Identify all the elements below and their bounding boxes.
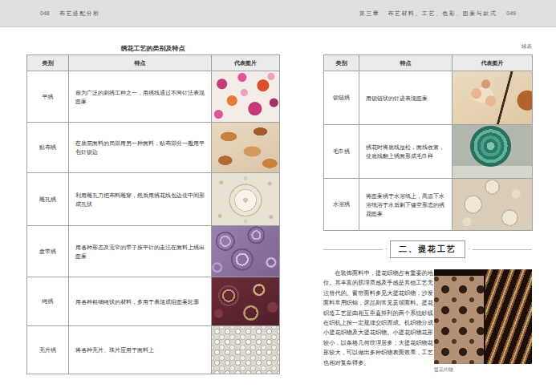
heading-dot-right: ·	[468, 246, 470, 253]
towel-embroidery-photo	[453, 125, 532, 178]
table-row: 锁链绣 用锁链状的针迹表现图案	[324, 71, 533, 125]
column-header-category: 类别	[27, 55, 69, 71]
category-cell: 盘带绣	[27, 226, 69, 277]
column-header-image: 代表图片	[212, 55, 280, 71]
figure-caption: 提花织物	[434, 366, 453, 374]
category-cell: 绳绣	[27, 277, 69, 326]
cord-embroidery-photo	[212, 277, 279, 325]
embroidery-table-continued: 类别 特点 代表图片 锁链绣 用锁链状的针迹表现图案 毛巾绣 绣花时将底线放松，…	[323, 55, 533, 231]
chapter-title: 布艺材料、工艺、色彩、图案与款式	[388, 10, 497, 18]
table-row: 亮片绣 将各种亮片、珠片应用于面料上	[27, 326, 280, 374]
page-number-right: 049	[506, 10, 516, 16]
heading-dot-left: ·	[385, 246, 388, 253]
section-heading-jacquard: · 二、提花工艺 ·	[323, 241, 532, 257]
column-header-category: 类别	[324, 55, 359, 71]
column-header-feature: 特点	[359, 55, 453, 71]
jacquard-stripe-area	[485, 269, 532, 364]
heading-rule-right	[473, 249, 532, 250]
sequin-embroidery-photo	[212, 326, 279, 374]
jacquard-damask-area	[434, 276, 484, 364]
feature-cell: 用锁链状的针迹表现图案	[359, 71, 453, 125]
table-header-row: 类别 特点 代表图片	[324, 55, 533, 71]
continuation-label: 续表	[522, 43, 532, 51]
image-cell	[212, 173, 280, 226]
table-row: 绳绣 用各种粗细绳状的材料，多用于表现成组图案轮廓	[27, 277, 280, 326]
feature-cell: 最为广泛的刺绣工种之一，用绣线通过不同针法表现图案	[69, 71, 212, 123]
section-heading-text: 二、提花工艺	[390, 240, 465, 258]
book-title: 布艺搭配分析	[59, 10, 100, 18]
embroidery-table: 类别 特点 代表图片 平绣 最为广泛的刺绣工种之一，用绣线通过不同针法表现图案 …	[26, 55, 280, 374]
image-cell	[453, 125, 533, 179]
feature-cell: 用各种粗细绳状的材料，多用于表现成组图案轮廓	[69, 277, 212, 326]
table-row: 毛巾绣 绣花时将底线放松，面线收紧，使底线翻上绣面形成毛巾样	[324, 125, 533, 179]
image-cell	[212, 326, 280, 374]
table-row: 平绣 最为广泛的刺绣工种之一，用绣线通过不同针法表现图案	[27, 71, 280, 123]
running-header-left: 048 布艺搭配分析	[30, 10, 100, 18]
chapter-label: 第三章	[359, 10, 380, 18]
chain-stitch-embroidery-photo	[453, 71, 532, 124]
heading-rule-left	[323, 249, 383, 250]
table-row: 雕孔绣 利用雕孔刀把布料雕穿，然后用绣花线包边使中间形成孔状	[27, 173, 280, 226]
image-cell	[212, 71, 280, 123]
table-header-row: 类别 特点 代表图片	[27, 55, 280, 71]
category-cell: 亮片绣	[27, 326, 69, 374]
page-number-left: 048	[40, 10, 50, 16]
water-soluble-lace-photo	[453, 179, 532, 230]
category-cell: 贴布绣	[27, 123, 69, 173]
table-row: 盘带绣 用各种形态及宽窄的带子按平针的走法在面料上绣出图案	[27, 226, 280, 277]
category-cell: 毛巾绣	[324, 125, 359, 179]
jacquard-paragraph: 在装饰面料中，提花织物占有重要的地位。其丰富的肌理质感及手感是其他工艺无法替代的…	[323, 269, 433, 368]
image-cell	[212, 277, 280, 326]
image-cell	[453, 179, 533, 231]
image-cell	[212, 123, 280, 173]
image-cell	[453, 71, 533, 125]
jacquard-fabric-image	[434, 269, 532, 364]
category-cell: 锁链绣	[324, 71, 359, 125]
applique-embroidery-photo	[212, 123, 279, 172]
column-header-image: 代表图片	[453, 55, 533, 71]
running-header: 048 布艺搭配分析 第三章 布艺材料、工艺、色彩、图案与款式 049	[0, 0, 556, 27]
column-header-feature: 特点	[69, 55, 212, 71]
flat-embroidery-photo	[212, 71, 279, 122]
feature-cell: 将各种亮片、珠片应用于面料上	[69, 326, 212, 374]
image-cell	[212, 226, 280, 277]
feature-cell: 绣花时将底线放松，面线收紧，使底线翻上绣面形成毛巾样	[359, 125, 453, 179]
ribbon-embroidery-photo	[212, 226, 279, 277]
category-cell: 水溶绣	[324, 179, 359, 231]
running-header-right: 第三章 布艺材料、工艺、色彩、图案与款式 049	[359, 10, 526, 18]
eyelet-embroidery-photo	[212, 173, 279, 225]
category-cell: 平绣	[27, 71, 69, 123]
table-row: 水溶绣 将图案绣于水溶纸上，高温下水溶纸溶于水后剩下镂空形态的绣花图案	[324, 179, 533, 231]
embroidery-table-title: 绣花工艺的类别及特点	[26, 44, 279, 53]
feature-cell: 利用雕孔刀把布料雕穿，然后用绣花线包边使中间形成孔状	[69, 173, 212, 226]
feature-cell: 将图案绣于水溶纸上，高温下水溶纸溶于水后剩下镂空形态的绣花图案	[359, 179, 453, 231]
table-row: 贴布绣 在底层面料的局部用另一种面料，贴布部分一般用平包针锁边	[27, 123, 280, 173]
category-cell: 雕孔绣	[27, 173, 69, 226]
feature-cell: 用各种形态及宽窄的带子按平针的走法在面料上绣出图案	[69, 226, 212, 277]
feature-cell: 在底层面料的局部用另一种面料，贴布部分一般用平包针锁边	[69, 123, 212, 173]
